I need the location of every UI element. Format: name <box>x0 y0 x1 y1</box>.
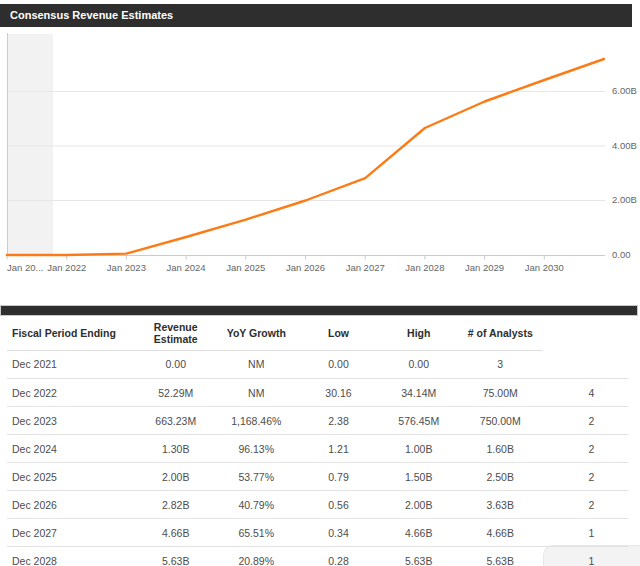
x-axis-label: Jan 20... <box>7 262 43 273</box>
fiscal-period-cell: Dec 2024 <box>7 443 136 455</box>
table-cell: 2 <box>543 471 628 483</box>
fiscal-period-cell: Dec 2027 <box>7 527 136 539</box>
table-header-bar <box>0 305 638 316</box>
fiscal-period-cell: Dec 2025 <box>7 471 136 483</box>
table-cell: 2.82B <box>136 499 216 511</box>
x-axis-label: Jan 2029 <box>465 262 504 273</box>
y-axis-label: 6.00B <box>612 85 637 96</box>
table-row: Dec 20210.00NM0.000.003 <box>7 350 628 378</box>
column-header: # of Analysts <box>458 327 544 339</box>
table-cell: 5.63B <box>136 555 216 566</box>
fiscal-period-cell: Dec 2026 <box>7 499 136 511</box>
table-cell: 40.79% <box>216 499 298 511</box>
table-cell: 3.63B <box>458 499 544 511</box>
table-cell: 5.63B <box>458 555 544 566</box>
consensus-revenue-estimates-panel: Consensus Revenue Estimates 0.002.00B4.0… <box>0 0 640 566</box>
table-row: Dec 20285.63B20.89%0.285.63B5.63B1 <box>7 546 628 566</box>
table-cell: 2.00B <box>136 471 216 483</box>
table-cell: 0.56 <box>297 499 380 511</box>
y-axis-label: 0.00 <box>612 249 631 260</box>
table-cell: 4.66B <box>458 527 544 539</box>
table-cell: 2 <box>543 443 628 455</box>
table-cell: 5.63B <box>380 555 458 566</box>
table-cell: 4.66B <box>380 527 458 539</box>
past-period-band <box>8 34 53 255</box>
table-cell: 2 <box>543 415 628 427</box>
x-axis-label: Jan 2027 <box>346 262 385 273</box>
table-cell: 34.14M <box>380 387 458 399</box>
table-row: Dec 202252.29MNM30.1634.14M75.00M4 <box>7 378 628 406</box>
table-row: Dec 20262.82B40.79%0.562.00B3.63B2 <box>7 490 628 518</box>
table-row: Dec 20241.30B96.13%1.211.00B1.60B2 <box>7 434 628 462</box>
table-cell: 1 <box>543 527 628 539</box>
table-cell: 1.21 <box>297 443 380 455</box>
y-axis-label: 2.00B <box>612 194 637 205</box>
column-header: Fiscal Period Ending <box>7 327 136 339</box>
table-cell: 750.00M <box>458 415 544 427</box>
table-cell: 1 <box>543 555 628 566</box>
table-cell: 0.00 <box>136 358 216 370</box>
x-axis-label: Jan 2025 <box>226 262 265 273</box>
column-header: High <box>380 327 458 339</box>
table-cell: 1,168.46% <box>216 415 298 427</box>
table-cell: 0.00 <box>297 358 380 370</box>
fiscal-period-cell: Dec 2021 <box>7 358 136 370</box>
table-cell: NM <box>216 387 298 399</box>
x-axis-label: Jan 2023 <box>107 262 146 273</box>
x-axis-label: Jan 2026 <box>286 262 325 273</box>
table-cell: 75.00M <box>458 387 544 399</box>
fiscal-period-cell: Dec 2028 <box>7 555 136 566</box>
table-cell: 30.16 <box>297 387 380 399</box>
x-axis-label: Jan 2022 <box>47 262 86 273</box>
table-cell: 4.66B <box>136 527 216 539</box>
table-cell: 2.38 <box>297 415 380 427</box>
estimates-table: Dec 20210.00NM0.000.003Dec 202252.29MNM3… <box>7 350 628 566</box>
revenue-estimate-line <box>7 59 604 255</box>
table-cell: 3 <box>458 358 544 370</box>
table-cell: 52.29M <box>136 387 216 399</box>
table-cell: 0.28 <box>297 555 380 566</box>
fiscal-period-cell: Dec 2023 <box>7 415 136 427</box>
column-header: Revenue Estimate <box>136 321 216 345</box>
x-axis-label: Jan 2030 <box>525 262 564 273</box>
column-header: Low <box>297 327 380 339</box>
table-cell: 96.13% <box>216 443 298 455</box>
table-cell: NM <box>216 358 298 370</box>
table-cell: 65.51% <box>216 527 298 539</box>
table-cell: 0.79 <box>297 471 380 483</box>
table-cell: 1.60B <box>458 443 544 455</box>
table-cell: 0.00 <box>380 358 458 370</box>
table-row: Dec 20252.00B53.77%0.791.50B2.50B2 <box>7 462 628 490</box>
table-cell: 2.00B <box>380 499 458 511</box>
column-header: YoY Growth <box>216 327 298 339</box>
table-cell: 1.30B <box>136 443 216 455</box>
y-axis-label: 4.00B <box>612 140 637 151</box>
table-cell: 2 <box>543 499 628 511</box>
table-cell: 1.50B <box>380 471 458 483</box>
table-cell: 1.00B <box>380 443 458 455</box>
table-cell: 576.45M <box>380 415 458 427</box>
table-cell: 4 <box>543 387 628 399</box>
table-cell: 53.77% <box>216 471 298 483</box>
table-cell: 2.50B <box>458 471 544 483</box>
table-cell: 20.89% <box>216 555 298 566</box>
table-row: Dec 20274.66B65.51%0.344.66B4.66B1 <box>7 518 628 546</box>
table-row: Dec 2023663.23M1,168.46%2.38576.45M750.0… <box>7 406 628 434</box>
table-cell: 0.34 <box>297 527 380 539</box>
x-axis-label: Jan 2024 <box>167 262 206 273</box>
x-axis-label: Jan 2028 <box>405 262 444 273</box>
revenue-chart-plot[interactable]: 0.002.00B4.00B6.00BJan 20...Jan 2022Jan … <box>0 0 640 292</box>
fiscal-period-cell: Dec 2022 <box>7 387 136 399</box>
table-cell: 663.23M <box>136 415 216 427</box>
table-header-row: Fiscal Period EndingRevenue EstimateYoY … <box>7 316 628 350</box>
